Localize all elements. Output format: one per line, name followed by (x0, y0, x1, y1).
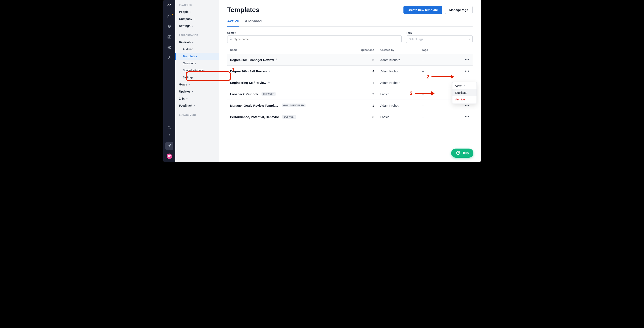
table-row[interactable]: Engineering Self Review1Adam Kroboth--••… (227, 77, 472, 88)
table-row[interactable]: Manager Goals Review TemplateGOALS ENABL… (227, 100, 472, 111)
lock-icon (268, 81, 270, 84)
created-by: Adam Kroboth (380, 81, 422, 84)
template-name: Lookback, OutlookDEFAULT (230, 92, 356, 96)
nav-1-1s[interactable]: 1:1s▸ (175, 95, 219, 102)
caret-icon: ▸ (190, 11, 191, 13)
help-label: Help (462, 151, 469, 155)
table-row[interactable]: Degree 360 - Self Review4Adam Kroboth--•… (227, 65, 472, 77)
tags-cell: -- (422, 104, 457, 107)
table-row[interactable]: Performance, Potential, BehaviorDEFAULT3… (227, 111, 472, 122)
manage-tags-button[interactable]: Manage tags (445, 6, 472, 14)
target-icon[interactable] (167, 45, 172, 50)
table-row[interactable]: Degree 360 - Manager Review6Adam Kroboth… (227, 54, 472, 65)
sub-auditing[interactable]: Auditing (175, 46, 219, 53)
lock-icon (276, 58, 278, 61)
lock-icon (268, 70, 270, 72)
logo-icon (167, 2, 172, 7)
col-name: Name (230, 48, 356, 52)
caret-icon: ▸ (194, 18, 195, 20)
search-input-wrap (227, 36, 402, 43)
user-avatar[interactable]: AK (167, 154, 172, 159)
tags-placeholder: Select tags... (409, 38, 426, 41)
row-more-button[interactable]: ••• (457, 69, 470, 73)
help-button[interactable]: Help (451, 148, 474, 158)
people-icon[interactable] (167, 24, 172, 29)
created-by: Lattice (380, 92, 422, 96)
template-badge: DEFAULT (262, 92, 276, 96)
help-icon[interactable]: ? (167, 134, 172, 138)
created-by: Adam Kroboth (380, 70, 422, 73)
nav-people[interactable]: People▸ (175, 8, 219, 15)
dropdown-view[interactable]: View (452, 83, 476, 90)
svg-point-7 (168, 126, 170, 128)
svg-point-5 (169, 47, 170, 48)
search-icon[interactable] (167, 125, 172, 130)
svg-point-6 (169, 56, 170, 58)
nav-settings[interactable]: Settings▸ (175, 22, 219, 30)
tags-cell: -- (422, 70, 457, 73)
caret-up-icon: ▴ (192, 41, 194, 43)
row-more-button[interactable]: ••• (457, 104, 470, 107)
created-by: Adam Kroboth (380, 104, 422, 107)
nav-reviews[interactable]: Reviews▴ (175, 38, 219, 46)
nav-company[interactable]: Company▸ (175, 15, 219, 22)
section-header-platform: PLATFORM (175, 4, 219, 8)
search-input[interactable] (234, 38, 399, 41)
home-icon[interactable] (167, 14, 172, 19)
caret-icon: ▸ (192, 90, 193, 92)
svg-point-0 (168, 26, 169, 26)
question-count: 4 (356, 70, 380, 73)
row-more-button[interactable]: ••• (457, 115, 470, 119)
tags-cell: -- (422, 81, 457, 84)
nav-feedback[interactable]: Feedback▸ (175, 102, 219, 109)
tab-active[interactable]: Active (227, 19, 239, 26)
section-header-engagement: ENGAGEMENT (175, 114, 219, 118)
question-count: 1 (356, 81, 380, 84)
create-template-button[interactable]: Create new template (404, 6, 442, 14)
main-content: Templates Create new template Manage tag… (219, 0, 481, 162)
sub-templates[interactable]: Templates (175, 53, 219, 60)
sub-scored-attributes[interactable]: Scored attributes (175, 67, 219, 74)
created-by: Adam Kroboth (380, 58, 422, 62)
sub-settings[interactable]: Settings (175, 74, 219, 81)
tags-select[interactable]: Select tags... ⇅ (406, 36, 472, 43)
table-header: Name Questions Created by Tags (227, 46, 472, 54)
caret-icon: ▸ (192, 25, 193, 27)
sub-questions[interactable]: Questions (175, 60, 219, 67)
template-name: Manager Goals Review TemplateGOALS ENABL… (230, 104, 356, 107)
template-name: Degree 360 - Manager Review (230, 58, 356, 62)
tags-cell: -- (422, 115, 457, 119)
question-count: 1 (356, 104, 380, 107)
rail-bottom: ? AK (166, 125, 173, 162)
templates-table: Name Questions Created by Tags Degree 36… (227, 46, 472, 122)
col-questions: Questions (356, 48, 380, 52)
question-count: 3 (356, 92, 380, 96)
page-header: Templates Create new template Manage tag… (227, 6, 472, 14)
caret-icon: ▸ (189, 84, 190, 86)
app-viewport: ? AK PLATFORM People▸ Company▸ Settings▸… (163, 0, 481, 162)
dropdown-archive[interactable]: Archive (452, 96, 476, 103)
caret-icon: ▸ (186, 98, 188, 100)
col-created-by: Created by (380, 48, 422, 52)
wellness-icon[interactable] (167, 56, 172, 60)
table-row[interactable]: Lookback, OutlookDEFAULT3Lattice--••• (227, 88, 472, 100)
template-badge: GOALS ENABLED (282, 104, 306, 107)
template-badge: DEFAULT (282, 115, 296, 119)
admin-key-icon[interactable] (166, 142, 173, 150)
sidebar: PLATFORM People▸ Company▸ Settings▸ PERF… (175, 0, 219, 162)
row-more-button[interactable]: ••• (457, 58, 470, 62)
nav-updates[interactable]: Updates▸ (175, 88, 219, 95)
filter-tags: Tags Select tags... ⇅ (406, 31, 472, 43)
created-by: Lattice (380, 115, 422, 119)
header-actions: Create new template Manage tags (404, 6, 472, 14)
dropdown-duplicate[interactable]: Duplicate (452, 90, 476, 96)
question-count: 6 (356, 58, 380, 62)
section-header-performance: PERFORMANCE (175, 34, 219, 38)
template-name: Performance, Potential, BehaviorDEFAULT (230, 115, 356, 119)
chart-icon[interactable] (167, 35, 172, 40)
nav-goals[interactable]: Goals▸ (175, 81, 219, 88)
tab-archived[interactable]: Archived (245, 19, 262, 26)
tags-label: Tags (406, 31, 472, 34)
row-actions-dropdown: View Duplicate Archive (452, 82, 477, 104)
svg-point-8 (168, 146, 169, 147)
